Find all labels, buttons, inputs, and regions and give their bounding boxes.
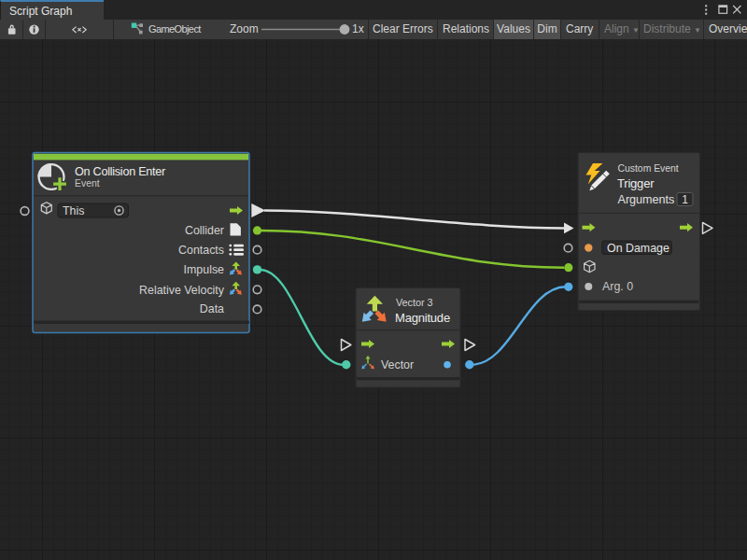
svg-text:Custom Event: Custom Event bbox=[618, 163, 679, 174]
svg-text:On Collision Enter: On Collision Enter bbox=[75, 165, 165, 178]
svg-text:Vector 3: Vector 3 bbox=[396, 297, 433, 308]
svg-text:Collider: Collider bbox=[185, 224, 224, 237]
svg-text:On Damage: On Damage bbox=[607, 242, 669, 255]
svg-text:Arguments: Arguments bbox=[618, 193, 675, 206]
svg-text:1: 1 bbox=[682, 193, 688, 206]
svg-text:Event: Event bbox=[75, 178, 100, 189]
svg-text:Trigger: Trigger bbox=[617, 176, 655, 190]
svg-text:Data: Data bbox=[200, 302, 224, 315]
svg-text:Impulse: Impulse bbox=[184, 263, 224, 276]
svg-text:This: This bbox=[63, 204, 84, 217]
svg-text:Contacts: Contacts bbox=[178, 244, 224, 257]
svg-text:Relative Velocity: Relative Velocity bbox=[139, 284, 225, 297]
svg-text:Arg. 0: Arg. 0 bbox=[602, 280, 633, 293]
svg-text:Vector: Vector bbox=[381, 358, 414, 371]
svg-text:Magnitude: Magnitude bbox=[395, 311, 450, 325]
